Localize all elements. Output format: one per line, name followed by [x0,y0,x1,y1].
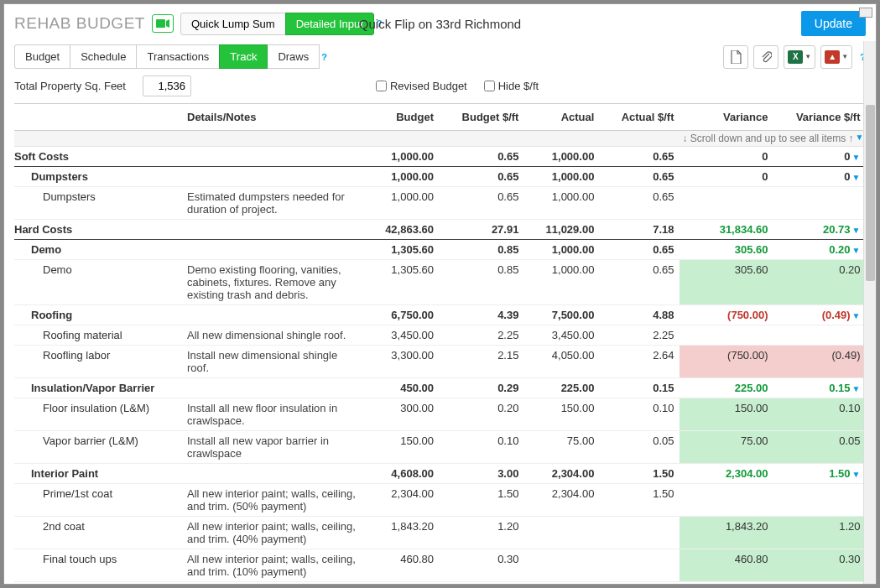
scrollbar[interactable] [863,41,876,584]
col-name [14,104,182,131]
section-hard-costs: Hard Costs 42,863.60 27.91 11,029.00 7.1… [14,220,866,240]
item-floor-insulation: Floor insulation (L&M) Install all new f… [14,398,866,431]
item-final-touchups: Final touch ups All new interior paint; … [14,549,866,582]
chevron-down-icon: ▼ [841,53,848,60]
sqft-input[interactable] [143,75,191,96]
chevron-down-icon[interactable]: ▼ [852,153,861,162]
col-variance: Variance [680,104,773,131]
svg-rect-0 [156,19,165,28]
category-insulation: Insulation/Vapor Barrier 450.00 0.29 225… [14,378,866,398]
update-button[interactable]: Update [801,11,866,36]
excel-icon: X [788,50,803,64]
maximize-button[interactable] [859,8,872,18]
col-details: Details/Notes [182,104,363,131]
chevron-down-icon[interactable]: ▼ [852,384,861,393]
sqft-label: Total Property Sq. Feet [14,80,126,92]
chevron-down-icon: ▼ [804,53,811,60]
category-interior-paint: Interior Paint 4,608.00 3.00 2,304.00 1.… [14,464,866,484]
item-prime-first-coat: Prime/1st coat All new interior paint; w… [14,484,866,517]
chevron-down-icon[interactable]: ▼ [852,173,861,182]
hide-sqft-checkbox[interactable]: Hide $/ft [484,80,539,92]
item-vapor-barrier: Vapor barrier (L&M) Install all new vapo… [14,431,866,464]
col-actual: Actual [523,104,599,131]
scroll-hint-top: ↓ Scroll down and up to see all items ↑▼ [14,131,866,147]
chevron-down-icon[interactable]: ▼ [852,226,861,235]
col-budget: Budget [363,104,439,131]
attachment-icon[interactable] [753,45,778,69]
project-name: Quick Flip on 33rd Richmond [359,17,521,31]
tab-draws[interactable]: Draws [267,44,320,69]
document-icon[interactable] [723,45,748,69]
tab-schedule[interactable]: Schedule [70,44,137,69]
tab-budget[interactable]: Budget [14,44,70,69]
revised-budget-checkbox[interactable]: Revised Budget [376,80,467,92]
video-icon[interactable] [152,14,174,33]
item-second-coat: 2nd coat All new interior paint; walls, … [14,517,866,549]
col-variance-sf: Variance $/ft [773,104,866,131]
hide-sqft-label: Hide $/ft [498,80,539,92]
scrollbar-thumb[interactable] [866,105,875,281]
col-actual-sf: Actual $/ft [599,104,679,131]
chevron-down-icon[interactable]: ▼ [852,470,861,479]
chevron-down-icon[interactable]: ▼ [852,246,861,255]
help-icon[interactable]: ? [321,52,327,62]
category-dumpsters: Dumpsters 1,000.00 0.65 1,000.00 0.65 0 … [14,167,866,187]
export-pdf-button[interactable]: ▲▼ [820,45,852,69]
tab-transactions[interactable]: Transactions [136,44,220,69]
quick-lump-sum-button[interactable]: Quick Lump Sum [180,13,286,35]
chevron-down-icon[interactable]: ▼ [852,311,861,320]
chevron-down-icon[interactable]: ▼ [856,133,864,142]
section-soft-costs: Soft Costs 1,000.00 0.65 1,000.00 0.65 0… [14,147,866,167]
category-demo: Demo 1,305.60 0.85 1,000.00 0.65 305.60 … [14,240,866,260]
revised-budget-label: Revised Budget [390,80,467,92]
item-demo: Demo Demo existing flooring, vanities, c… [14,260,866,305]
tab-track[interactable]: Track [219,44,268,69]
item-roofing-labor: Roofling labor Install new dimensional s… [14,346,866,378]
category-siding: Siding 3,000.00 1.95 0 0 3,000.00 1.95▼ [14,582,866,585]
budget-table: Details/Notes Budget Budget $/ft Actual … [14,103,866,585]
hide-sqft-input[interactable] [484,81,495,91]
col-budget-sf: Budget $/ft [439,104,523,131]
page-title: REHAB BUDGET [14,14,145,33]
revised-budget-input[interactable] [376,81,387,91]
item-dumpsters: Dumpsters Estimated dumpsters needed for… [14,187,866,220]
export-excel-button[interactable]: X▼ [784,45,815,69]
category-roofing: Roofing 6,750.00 4.39 7,500.00 4.88 (750… [14,305,866,325]
pdf-icon: ▲ [825,50,840,64]
item-roofing-material: Roofing material All new dimensional shi… [14,325,866,346]
